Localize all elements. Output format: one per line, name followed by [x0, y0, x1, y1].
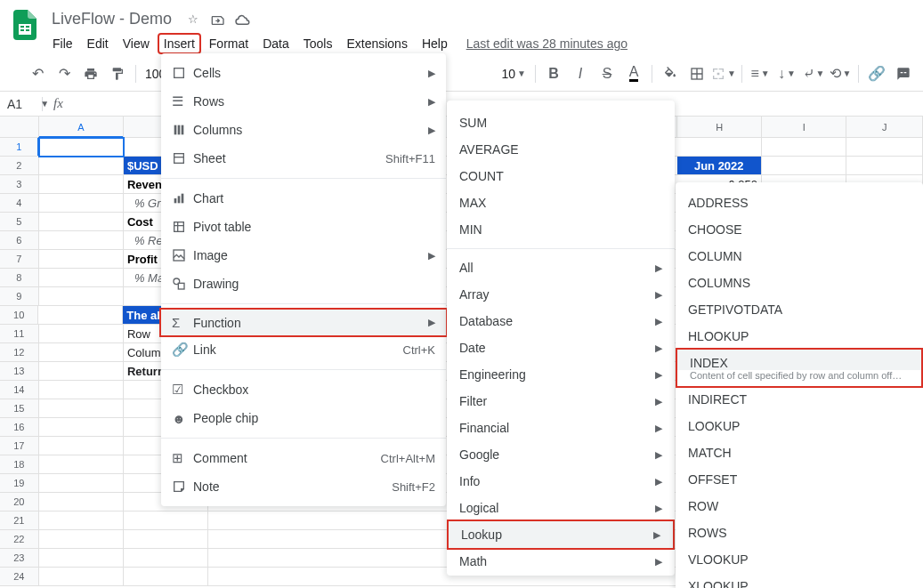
menu-rows[interactable]: ☰Rows▶	[161, 87, 446, 116]
row-header[interactable]: 4	[0, 194, 39, 213]
cell[interactable]	[124, 511, 208, 530]
menu-drawing[interactable]: Drawing	[161, 270, 446, 298]
print-icon[interactable]	[78, 61, 103, 86]
row-header[interactable]: 9	[0, 287, 39, 306]
cell[interactable]	[39, 455, 124, 474]
fn-cat-info[interactable]: Info▶	[447, 468, 675, 495]
cell[interactable]	[39, 399, 124, 418]
menu-tools[interactable]: Tools	[297, 33, 339, 54]
cell[interactable]	[677, 138, 762, 157]
row-header[interactable]: 23	[0, 549, 39, 568]
menu-data[interactable]: Data	[256, 33, 296, 54]
menu-comment[interactable]: ⊞CommentCtrl+Alt+M	[161, 444, 446, 472]
bold-icon[interactable]: B	[541, 61, 566, 86]
fn-cat-logical[interactable]: Logical▶	[447, 495, 675, 521]
cell[interactable]	[39, 418, 124, 437]
fn-columns[interactable]: COLUMNS	[676, 270, 923, 296]
redo-icon[interactable]: ↷	[52, 61, 77, 86]
cell[interactable]	[124, 549, 208, 568]
cell[interactable]	[846, 138, 923, 157]
fn-row[interactable]: ROW	[676, 493, 923, 520]
cell[interactable]	[39, 175, 124, 194]
menu-view[interactable]: View	[117, 33, 156, 54]
fn-cat-array[interactable]: Array▶	[447, 281, 675, 308]
row-header[interactable]: 1	[0, 138, 39, 157]
menu-sheet[interactable]: SheetShift+F11	[161, 144, 446, 173]
fn-cat-engineering[interactable]: Engineering▶	[447, 361, 675, 388]
fn-min[interactable]: MIN	[447, 216, 675, 243]
menu-link[interactable]: 🔗LinkCtrl+K	[161, 335, 446, 364]
row-header[interactable]: 10	[0, 306, 38, 325]
menu-people-chip[interactable]: ☻People chip	[161, 404, 446, 432]
text-color-icon[interactable]: A	[621, 61, 646, 86]
valign-icon[interactable]: ↓▼	[774, 61, 799, 86]
cell[interactable]	[39, 511, 124, 530]
font-size[interactable]: 10▼	[498, 67, 530, 81]
cell[interactable]	[846, 157, 923, 175]
menu-file[interactable]: File	[46, 33, 79, 54]
cell[interactable]	[39, 549, 124, 568]
menu-cells[interactable]: Cells▶	[161, 59, 446, 87]
cell[interactable]	[39, 362, 124, 381]
fn-choose[interactable]: CHOOSE	[676, 216, 923, 243]
column-header[interactable]: J	[846, 117, 923, 137]
cell[interactable]	[39, 213, 124, 231]
row-header[interactable]: 11	[0, 325, 39, 343]
fn-cat-all[interactable]: All▶	[447, 254, 675, 281]
cloud-icon[interactable]	[234, 11, 252, 28]
move-icon[interactable]	[209, 11, 227, 28]
column-header[interactable]: I	[762, 117, 846, 137]
cell[interactable]	[39, 269, 124, 287]
menu-function[interactable]: ΣFunction▶	[159, 308, 448, 337]
cell[interactable]	[39, 287, 124, 306]
cell[interactable]	[39, 194, 124, 213]
fn-sum[interactable]: SUM	[447, 109, 675, 136]
fn-max[interactable]: MAX	[447, 189, 675, 216]
menu-edit[interactable]: Edit	[81, 33, 115, 54]
last-edit-link[interactable]: Last edit was 28 minutes ago	[466, 36, 627, 51]
row-header[interactable]: 18	[0, 455, 39, 474]
menu-image[interactable]: Image▶	[161, 241, 446, 270]
row-header[interactable]: 22	[0, 530, 39, 549]
row-header[interactable]: 13	[0, 362, 39, 381]
align-icon[interactable]: ≡▼	[748, 61, 773, 86]
document-title[interactable]: LiveFlow - Demo	[46, 9, 177, 29]
fn-match[interactable]: MATCH	[676, 439, 923, 466]
cell[interactable]	[762, 157, 846, 175]
row-header[interactable]: 14	[0, 381, 39, 399]
undo-icon[interactable]: ↶	[25, 61, 50, 86]
comment-icon[interactable]	[891, 61, 916, 86]
fn-getpivotdata[interactable]: GETPIVOTDATA	[676, 296, 923, 323]
menu-checkbox[interactable]: ☑Checkbox	[161, 375, 446, 404]
fn-cat-filter[interactable]: Filter▶	[447, 388, 675, 415]
row-header[interactable]: 7	[0, 250, 39, 269]
row-header[interactable]: 15	[0, 399, 39, 418]
row-header[interactable]: 12	[0, 343, 39, 362]
menu-chart[interactable]: Chart	[161, 184, 446, 213]
cell[interactable]	[39, 530, 124, 549]
cell[interactable]	[39, 138, 124, 157]
sheets-logo[interactable]	[7, 7, 43, 43]
fn-xlookup[interactable]: XLOOKUP	[676, 573, 923, 588]
fn-cat-date[interactable]: Date▶	[447, 334, 675, 361]
italic-icon[interactable]: I	[568, 61, 593, 86]
link-icon[interactable]: 🔗	[864, 61, 889, 86]
menu-pivot[interactable]: Pivot table	[161, 213, 446, 241]
fn-count[interactable]: COUNT	[447, 163, 675, 189]
select-all-corner[interactable]	[0, 117, 39, 137]
cell[interactable]	[39, 343, 124, 362]
cell[interactable]	[39, 325, 124, 343]
column-header[interactable]: A	[39, 117, 124, 137]
row-header[interactable]: 16	[0, 418, 39, 437]
fn-cat-lookup[interactable]: Lookup▶	[447, 520, 675, 550]
menu-columns[interactable]: Columns▶	[161, 116, 446, 144]
row-header[interactable]: 20	[0, 493, 39, 511]
row-header[interactable]: 5	[0, 213, 39, 231]
row-header[interactable]: 3	[0, 175, 39, 194]
column-header[interactable]: H	[677, 117, 762, 137]
row-header[interactable]: 17	[0, 437, 39, 455]
row-header[interactable]: 2	[0, 157, 39, 175]
fn-indirect[interactable]: INDIRECT	[676, 386, 923, 413]
fn-index[interactable]: INDEX	[677, 350, 921, 370]
cell[interactable]	[39, 250, 124, 269]
